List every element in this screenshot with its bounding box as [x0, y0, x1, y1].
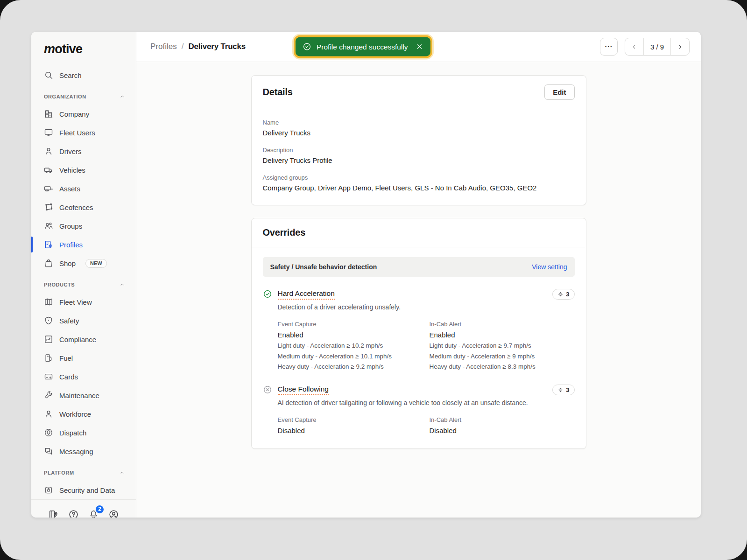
logbook-icon[interactable]: [48, 509, 59, 518]
column-label: In-Cab Alert: [430, 321, 536, 328]
override-title[interactable]: Close Following: [278, 385, 329, 395]
top-actions: ... 3 / 9: [600, 38, 690, 56]
sidebar-item-fuel[interactable]: Fuel: [31, 349, 136, 367]
sidebar-item-shop[interactable]: ShopNEW: [31, 254, 136, 273]
sidebar-item-compliance[interactable]: Compliance: [31, 330, 136, 349]
page-title: Delivery Trucks: [188, 42, 246, 51]
disabled-x-icon: [263, 385, 272, 394]
profiles-icon: [44, 240, 53, 249]
sidebar-item-label: Vehicles: [59, 166, 85, 174]
threshold-line: Medium duty - Acceleration ≥ 10.1 mph/s: [278, 351, 430, 362]
override-column-event-capture: Event CaptureEnabledLight duty - Acceler…: [278, 321, 430, 372]
success-toast: Profile changed successfully: [296, 37, 430, 56]
enabled-check-icon: [263, 289, 272, 299]
settings-count-badge[interactable]: 3: [552, 289, 574, 300]
main-area: Profiles / Delivery Trucks Profile chang…: [136, 32, 701, 518]
pager-position: 3 / 9: [643, 38, 671, 55]
toast-message: Profile changed successfully: [317, 42, 408, 51]
chevron-up-icon[interactable]: [119, 93, 126, 100]
threshold-line: Heavy duty - Acceleration ≥ 8.3 mph/s: [430, 362, 536, 372]
sidebar-item-dispatch[interactable]: Dispatch: [31, 423, 136, 442]
field-value: Company Group, Driver App Demo, Fleet Us…: [263, 184, 575, 192]
next-profile-button[interactable]: [671, 38, 689, 55]
help-icon[interactable]: [68, 509, 79, 518]
view-setting-link[interactable]: View setting: [532, 263, 567, 271]
field-label: Description: [263, 147, 575, 154]
fuel-icon: [44, 353, 53, 363]
overrides-card-body: Safety / Unsafe behavior detection View …: [252, 247, 586, 448]
sidebar-item-label: Fleet Users: [59, 129, 95, 137]
sidebar-item-security-and-data[interactable]: Security and Data: [31, 481, 136, 499]
override-item-close-following: Close Following3AI detection of driver t…: [263, 385, 575, 436]
settings-count: 3: [566, 291, 569, 298]
sidebar-nav: ORGANIZATIONCompanyFleet UsersDriversVeh…: [31, 84, 136, 499]
search-button[interactable]: Search: [31, 66, 136, 84]
sidebar-item-label: Workforce: [59, 410, 91, 418]
sidebar-item-messaging[interactable]: Messaging: [31, 442, 136, 461]
sidebar-item-drivers[interactable]: Drivers: [31, 142, 136, 161]
threshold-line: Light duty - Acceleration ≥ 10.2 mph/s: [278, 341, 430, 351]
chevron-up-icon[interactable]: [119, 281, 126, 288]
sidebar-item-fleet-users[interactable]: Fleet Users: [31, 123, 136, 142]
settings-count: 3: [566, 386, 569, 393]
breadcrumb-separator: /: [182, 42, 184, 51]
sidebar-item-label: Compliance: [59, 336, 96, 343]
new-badge: NEW: [85, 259, 107, 268]
building-icon: [44, 109, 53, 119]
override-column-in-cab-alert: In-Cab AlertEnabledLight duty - Accelera…: [430, 321, 536, 372]
settings-count-badge[interactable]: 3: [552, 385, 574, 395]
threshold-line: Light duty - Acceleration ≥ 9.7 mph/s: [430, 341, 536, 351]
sidebar-item-label: Cards: [59, 373, 78, 381]
sidebar-item-safety[interactable]: Safety: [31, 311, 136, 330]
dispatch-icon: [44, 428, 53, 437]
sidebar-item-groups[interactable]: Groups: [31, 217, 136, 235]
sidebar-item-workforce[interactable]: Workforce: [31, 405, 136, 423]
gear-icon: [557, 387, 564, 393]
sidebar-item-geofences[interactable]: Geofences: [31, 198, 136, 217]
sidebar-item-label: Dispatch: [59, 429, 86, 437]
column-label: In-Cab Alert: [430, 416, 462, 423]
sidebar-item-profiles[interactable]: Profiles: [31, 235, 136, 254]
sidebar-item-label: Safety: [59, 317, 79, 325]
section-label: PRODUCTS: [44, 282, 75, 287]
card-icon: [44, 372, 53, 381]
field-value: Delivery Trucks Profile: [263, 156, 575, 164]
override-title[interactable]: Hard Acceleration: [278, 289, 335, 300]
override-column-in-cab-alert: In-Cab AlertDisabled: [430, 416, 462, 436]
account-icon[interactable]: [108, 509, 119, 518]
sidebar-item-cards[interactable]: Cards: [31, 367, 136, 386]
sidebar-item-label: Assets: [59, 185, 80, 193]
sidebar-item-assets[interactable]: Assets: [31, 179, 136, 198]
sidebar-item-label: Company: [59, 110, 89, 118]
threshold-line: Heavy duty - Acceleration ≥ 9.2 mph/s: [278, 362, 430, 372]
override-item-hard-acceleration: Hard Acceleration3Detection of a driver …: [263, 289, 575, 372]
column-state: Disabled: [430, 427, 462, 434]
gear-icon: [557, 291, 564, 297]
sidebar-item-label: Profiles: [59, 241, 83, 249]
geofence-icon: [44, 203, 53, 212]
prev-profile-button[interactable]: [625, 38, 643, 55]
wrench-icon: [44, 391, 53, 400]
sidebar-item-label: Fuel: [59, 354, 73, 362]
page-content: Details Edit NameDelivery TrucksDescript…: [136, 62, 701, 518]
more-options-button[interactable]: ...: [600, 38, 618, 56]
notifications-icon[interactable]: 2: [88, 509, 99, 518]
detail-field-assigned-groups: Assigned groupsCompany Group, Driver App…: [263, 174, 575, 192]
chevron-up-icon[interactable]: [119, 469, 126, 476]
breadcrumb-profiles-link[interactable]: Profiles: [150, 42, 177, 51]
toast-close-icon[interactable]: [416, 43, 423, 51]
override-section-bar: Safety / Unsafe behavior detection View …: [263, 257, 575, 277]
sidebar-item-vehicles[interactable]: Vehicles: [31, 161, 136, 179]
override-section-label: Safety / Unsafe behavior detection: [270, 263, 377, 271]
notification-count-badge: 2: [95, 504, 105, 514]
column-state: Disabled: [278, 427, 430, 434]
edit-button[interactable]: Edit: [544, 84, 574, 100]
section-label: ORGANIZATION: [44, 94, 86, 99]
sidebar-item-fleet-view[interactable]: Fleet View: [31, 293, 136, 311]
compliance-icon: [44, 335, 53, 344]
desktop-background: motive Search ORGANIZATIONCompanyFleet U…: [0, 0, 747, 560]
search-icon: [44, 70, 53, 80]
sidebar-item-company[interactable]: Company: [31, 105, 136, 123]
sidebar-item-maintenance[interactable]: Maintenance: [31, 386, 136, 405]
search-label: Search: [59, 71, 82, 79]
